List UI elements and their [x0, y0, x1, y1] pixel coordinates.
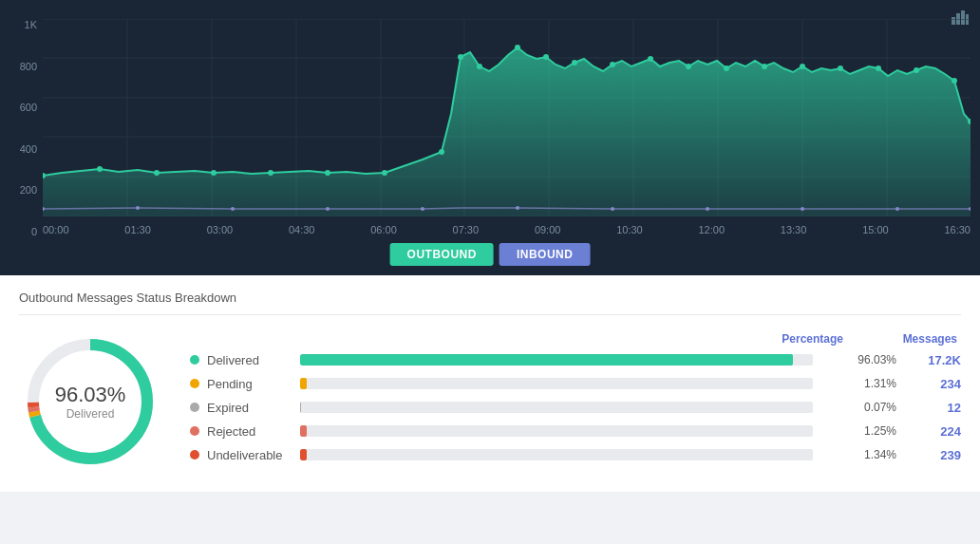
svg-point-30 [515, 45, 520, 50]
stat-pct: 1.25% [820, 424, 896, 438]
stat-bar [300, 378, 307, 389]
inbound-button[interactable]: INBOUND [499, 243, 591, 266]
stat-bar-container [300, 425, 813, 437]
svg-point-52 [801, 207, 804, 211]
y-label-800: 800 [20, 61, 37, 72]
stats-header: Percentage Messages [190, 332, 961, 346]
stat-count: 234 [904, 377, 961, 391]
stat-name: Rejected [207, 424, 292, 439]
x-label-0730: 07:30 [453, 224, 480, 235]
stat-dot [190, 379, 199, 388]
stat-name: Delivered [207, 353, 292, 367]
outbound-button[interactable]: OUTBOUND [390, 243, 494, 266]
svg-point-29 [477, 64, 482, 69]
x-label-1330: 13:30 [781, 224, 807, 235]
stat-count: 17.2K [904, 353, 961, 367]
stat-count: 224 [904, 424, 961, 439]
svg-point-39 [838, 66, 843, 71]
donut-chart: 96.03% Delivered [19, 330, 161, 473]
stat-dot [190, 426, 199, 436]
stat-bar-container [300, 449, 813, 460]
svg-point-36 [724, 66, 729, 71]
stat-dot [190, 355, 199, 365]
svg-point-47 [326, 207, 330, 211]
svg-point-32 [572, 60, 577, 66]
x-label-0300: 03:00 [207, 224, 234, 235]
y-label-0: 0 [31, 226, 37, 237]
stat-name: Pending [207, 377, 292, 391]
stat-rows: Delivered 96.03% 17.2K Pending 1.31% 234… [190, 353, 961, 462]
svg-point-49 [516, 206, 519, 210]
stat-row: Expired 0.07% 12 [190, 401, 961, 415]
stat-pct: 0.07% [820, 401, 896, 414]
svg-point-24 [268, 170, 273, 176]
header-messages: Messages [843, 332, 957, 346]
header-percentage: Percentage [729, 332, 843, 346]
svg-point-46 [231, 207, 235, 211]
x-label-0900: 09:00 [535, 224, 561, 235]
stat-bar [300, 425, 307, 437]
svg-point-53 [895, 207, 899, 211]
svg-point-31 [543, 54, 549, 60]
stat-pct: 1.31% [820, 377, 896, 390]
x-label-1500: 15:00 [862, 224, 889, 235]
stat-bar-container [300, 402, 813, 413]
y-axis: 1K 800 600 400 200 0 [0, 19, 43, 237]
donut-text: 96.03% Delivered [55, 383, 126, 421]
svg-point-25 [325, 170, 330, 176]
stat-bar [300, 354, 793, 366]
x-axis: 00:00 01:30 03:00 04:30 06:00 07:30 09:0… [43, 224, 971, 235]
stat-name: Undeliverable [207, 448, 292, 462]
svg-point-51 [706, 207, 709, 211]
stat-count: 12 [904, 401, 961, 415]
svg-point-50 [611, 207, 614, 211]
stat-pct: 96.03% [820, 353, 896, 366]
stat-bar-container [300, 378, 813, 389]
svg-point-23 [211, 170, 217, 176]
stat-pct: 1.34% [820, 448, 896, 461]
section-title: Outbound Messages Status Breakdown [19, 291, 961, 315]
svg-point-42 [952, 78, 957, 84]
svg-point-33 [610, 62, 615, 67]
y-label-400: 400 [20, 143, 37, 155]
svg-point-22 [154, 170, 160, 176]
chart-panel: 1K 800 600 400 200 0 [0, 0, 980, 275]
chart-toggle-buttons: OUTBOUND INBOUND [390, 243, 591, 266]
svg-point-45 [136, 206, 140, 210]
stat-count: 239 [904, 448, 961, 462]
donut-percent: 96.03% [55, 383, 126, 407]
x-label-1630: 16:30 [944, 224, 971, 235]
x-label-0130: 01:30 [124, 224, 151, 235]
stat-bar-container [300, 354, 813, 366]
svg-point-28 [458, 54, 463, 60]
y-label-1k: 1K [25, 19, 37, 30]
svg-point-40 [876, 66, 881, 71]
x-label-1200: 12:00 [699, 224, 726, 235]
svg-point-48 [421, 207, 424, 211]
stat-dot [190, 403, 199, 412]
svg-point-41 [914, 67, 919, 73]
y-label-200: 200 [20, 184, 37, 196]
x-label-0430: 04:30 [289, 224, 315, 235]
donut-delivered-label: Delivered [55, 407, 126, 421]
stat-row: Delivered 96.03% 17.2K [190, 353, 961, 367]
svg-point-37 [762, 64, 767, 69]
stat-dot [190, 450, 199, 460]
svg-point-26 [382, 170, 387, 176]
stat-bar [300, 449, 307, 460]
stat-row: Rejected 1.25% 224 [190, 424, 961, 439]
svg-point-21 [97, 166, 103, 172]
stat-row: Pending 1.31% 234 [190, 377, 961, 391]
x-label-0600: 06:00 [370, 224, 397, 235]
y-label-600: 600 [20, 102, 37, 113]
svg-point-35 [686, 64, 691, 69]
stat-name: Expired [207, 401, 292, 415]
svg-point-27 [439, 149, 444, 155]
breakdown-panel: Outbound Messages Status Breakdown 96.03… [0, 275, 980, 492]
stat-row: Undeliverable 1.34% 239 [190, 448, 961, 462]
breakdown-content: 96.03% Delivered Percentage Messages Del… [19, 330, 961, 473]
svg-point-38 [800, 64, 805, 69]
chart-svg-area [43, 19, 971, 216]
x-label-1030: 10:30 [616, 224, 643, 235]
svg-point-34 [648, 56, 653, 62]
